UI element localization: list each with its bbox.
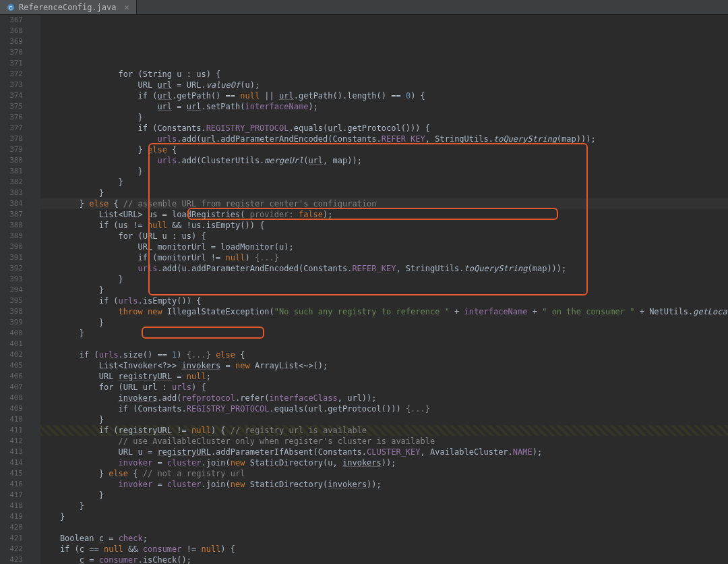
fold-gutter [28, 15, 40, 564]
code-line[interactable]: urls.add(url.addParameterAndEncoded(Cons… [40, 134, 728, 144]
code-line[interactable]: } [40, 414, 728, 425]
code-line[interactable]: for (URL u : us) { [40, 231, 728, 242]
code-area[interactable]: for (String u : us) { URL url = URL.valu… [40, 15, 728, 564]
code-line[interactable]: URL u = registryURL.addParameterIfAbsent… [40, 447, 728, 457]
code-line[interactable] [40, 522, 728, 533]
code-line[interactable]: } [40, 166, 728, 177]
java-class-icon: C [7, 3, 15, 11]
svg-text:C: C [9, 5, 13, 11]
code-line[interactable]: if (Constants.REGISTRY_PROTOCOL.equals(u… [40, 123, 728, 134]
code-line[interactable]: List<URL> us = loadRegistries( provider:… [40, 209, 728, 220]
tab-close-icon[interactable]: × [125, 3, 129, 12]
code-line[interactable]: urls.add(u.addParameterAndEncoded(Consta… [40, 263, 728, 274]
code-line[interactable]: URL monitorUrl = loadMonitor(u); [40, 242, 728, 252]
code-line[interactable]: URL url = URL.valueOf(u); [40, 80, 728, 90]
code-line[interactable]: List<Invoker<?>> invokers = new ArrayLis… [40, 360, 728, 371]
code-line[interactable] [40, 339, 728, 349]
code-line[interactable]: } [40, 188, 728, 198]
code-line[interactable]: for (URL url : urls) { [40, 382, 728, 393]
tab-bar: C ReferenceConfig.java × [0, 0, 728, 15]
code-line[interactable]: invokers.add(refprotocol.refer(interface… [40, 393, 728, 403]
code-line[interactable]: if (us != null && !us.isEmpty()) { [40, 220, 728, 231]
code-line[interactable]: c = consumer.isCheck(); [40, 555, 728, 564]
code-line[interactable]: } [40, 177, 728, 188]
code-line[interactable]: invoker = cluster.join(new StaticDirecto… [40, 457, 728, 468]
code-line[interactable]: for (String u : us) { [40, 69, 728, 80]
code-line[interactable]: } [40, 274, 728, 285]
code-line[interactable]: url = url.setPath(interfaceName); [40, 101, 728, 112]
code-line[interactable]: } [40, 317, 728, 328]
code-line[interactable]: } [40, 328, 728, 339]
file-tab[interactable]: C ReferenceConfig.java × [0, 0, 137, 14]
code-line[interactable]: urls.add(ClusterUtils.mergeUrl(url, map)… [40, 155, 728, 166]
code-line[interactable]: } else { // assemble URL from register c… [40, 198, 728, 209]
code-line[interactable]: throw new IllegalStateException("No such… [40, 306, 728, 317]
tab-filename: ReferenceConfig.java [19, 3, 117, 12]
code-line[interactable]: if (urls.isEmpty()) { [40, 295, 728, 306]
code-line[interactable]: if (registryURL != null) { // registry u… [40, 425, 728, 436]
code-line[interactable]: if (Constants.REGISTRY_PROTOCOL.equals(u… [40, 403, 728, 414]
code-line[interactable]: } [40, 511, 728, 522]
code-line[interactable]: if (urls.size() == 1) {...} else { [40, 349, 728, 360]
code-line[interactable]: // use AvailableCluster only when regist… [40, 436, 728, 447]
code-line[interactable]: } else { [40, 144, 728, 155]
code-line[interactable]: } [40, 490, 728, 501]
code-line[interactable]: } [40, 501, 728, 511]
line-number-gutter: 367 368 369 370 371 372 373 374 375 376 … [0, 15, 28, 564]
code-line[interactable]: } [40, 285, 728, 295]
code-line[interactable]: Boolean c = check; [40, 533, 728, 544]
code-line[interactable]: } else { // not a registry url [40, 468, 728, 479]
code-line[interactable]: } [40, 112, 728, 123]
code-line[interactable]: invoker = cluster.join(new StaticDirecto… [40, 479, 728, 490]
code-line[interactable]: if (url.getPath() == null || url.getPath… [40, 90, 728, 101]
code-editor[interactable]: 367 368 369 370 371 372 373 374 375 376 … [0, 15, 728, 564]
code-line[interactable]: if (monitorUrl != null) {...} [40, 252, 728, 263]
code-line[interactable]: URL registryURL = null; [40, 371, 728, 382]
code-line[interactable]: if (c == null && consumer != null) { [40, 544, 728, 555]
